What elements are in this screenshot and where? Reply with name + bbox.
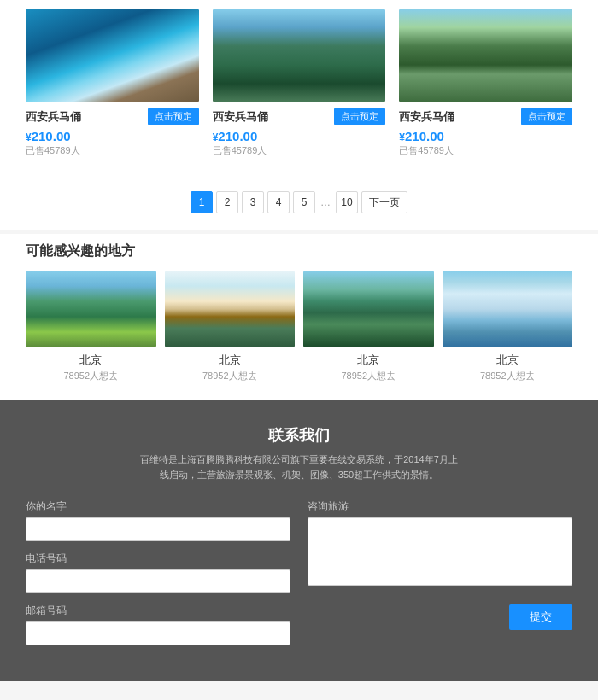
book-button-1[interactable]: 点击预定 (148, 108, 199, 125)
places-section-title: 可能感兴趣的地方 (26, 242, 572, 260)
form-right: 咨询旅游 提交 (308, 499, 572, 656)
footer-form: 你的名字 电话号码 邮箱号码 咨询旅游 提交 (26, 499, 572, 656)
page-next-button[interactable]: 下一页 (361, 191, 407, 213)
product-title-3: 西安兵马俑 (399, 109, 454, 125)
product-header-3: 西安兵马俑 点击预定 (399, 108, 572, 125)
page-2[interactable]: 2 (216, 191, 238, 213)
place-name-2: 北京 (165, 353, 296, 368)
price-value-3: ¥210.00 (399, 129, 444, 143)
footer-description: 百维特是上海百腾腾腾科技有限公司旗下重要在线交易系统，于2014年7月上线启动，… (137, 452, 461, 482)
place-card-2[interactable]: 北京 78952人想去 (165, 271, 296, 382)
product-sold-2: 已售45789人 (213, 144, 386, 157)
footer-section: 联系我们 百维特是上海百腾腾腾科技有限公司旗下重要在线交易系统，于2014年7月… (0, 400, 598, 681)
page-1[interactable]: 1 (191, 191, 213, 213)
place-name-3: 北京 (303, 353, 434, 368)
form-group-phone: 电话号码 (26, 551, 290, 593)
product-price-3: ¥210.00 (399, 129, 572, 144)
price-value-1: ¥210.00 (26, 129, 71, 143)
product-title-1: 西安兵马俑 (26, 109, 81, 125)
form-group-message: 咨询旅游 (308, 499, 572, 589)
page-5[interactable]: 5 (293, 191, 315, 213)
product-header-1: 西安兵马俑 点击预定 (26, 108, 199, 125)
form-left: 你的名字 电话号码 邮箱号码 (26, 499, 290, 656)
products-grid: 西安兵马俑 点击预定 ¥210.00 已售45789人 西安兵马俑 点击预定 (26, 9, 572, 160)
product-card-1: 西安兵马俑 点击预定 ¥210.00 已售45789人 (26, 9, 199, 160)
place-image-1 (26, 271, 156, 347)
book-button-3[interactable]: 点击预定 (521, 108, 572, 125)
places-section: 可能感兴趣的地方 北京 78952人想去 北京 78952人想去 北京 7895… (0, 234, 598, 400)
page-last[interactable]: 10 (336, 191, 358, 213)
footer-title: 联系我们 (26, 425, 572, 446)
product-image-3 (399, 9, 572, 102)
email-input[interactable] (26, 621, 290, 645)
page-3[interactable]: 3 (242, 191, 264, 213)
phone-label: 电话号码 (26, 551, 290, 566)
email-label: 邮箱号码 (26, 604, 290, 618)
place-count-3: 78952人想去 (303, 370, 434, 382)
place-count-4: 78952人想去 (443, 370, 573, 382)
place-name-4: 北京 (443, 353, 573, 368)
pagination: 1 2 3 4 5 … 10 下一页 (191, 191, 407, 213)
book-button-2[interactable]: 点击预定 (334, 108, 385, 125)
place-name-1: 北京 (26, 353, 156, 368)
place-image-4 (443, 271, 573, 347)
name-input[interactable] (26, 517, 290, 541)
product-info-2: 西安兵马俑 点击预定 ¥210.00 已售45789人 (213, 102, 386, 160)
place-card-1[interactable]: 北京 78952人想去 (26, 271, 156, 382)
submit-button[interactable]: 提交 (509, 604, 572, 630)
place-image-3 (303, 271, 434, 347)
page-dots: … (319, 196, 332, 208)
product-image-1 (26, 9, 199, 102)
form-group-email: 邮箱号码 (26, 604, 290, 645)
product-price-1: ¥210.00 (26, 129, 199, 144)
product-info-1: 西安兵马俑 点击预定 ¥210.00 已售45789人 (26, 102, 199, 160)
product-image-2 (213, 9, 386, 102)
product-sold-1: 已售45789人 (26, 144, 199, 157)
pagination-wrapper: 1 2 3 4 5 … 10 下一页 (0, 178, 598, 230)
message-label: 咨询旅游 (308, 499, 572, 514)
place-card-3[interactable]: 北京 78952人想去 (303, 271, 434, 382)
place-count-1: 78952人想去 (26, 370, 156, 382)
product-info-3: 西安兵马俑 点击预定 ¥210.00 已售45789人 (399, 102, 572, 160)
price-value-2: ¥210.00 (213, 129, 258, 143)
product-card-2: 西安兵马俑 点击预定 ¥210.00 已售45789人 (213, 9, 386, 160)
product-sold-3: 已售45789人 (399, 144, 572, 157)
place-image-2 (165, 271, 296, 347)
phone-input[interactable] (26, 569, 290, 593)
form-group-name: 你的名字 (26, 499, 290, 541)
places-grid: 北京 78952人想去 北京 78952人想去 北京 78952人想去 北京 7… (26, 271, 572, 382)
product-title-2: 西安兵马俑 (213, 109, 268, 125)
product-price-2: ¥210.00 (213, 129, 386, 144)
message-textarea[interactable] (308, 517, 572, 586)
page-4[interactable]: 4 (267, 191, 290, 213)
name-label: 你的名字 (26, 499, 290, 514)
products-section: 西安兵马俑 点击预定 ¥210.00 已售45789人 西安兵马俑 点击预定 (0, 0, 598, 178)
product-header-2: 西安兵马俑 点击预定 (213, 108, 386, 125)
product-card-3: 西安兵马俑 点击预定 ¥210.00 已售45789人 (399, 9, 572, 160)
place-count-2: 78952人想去 (165, 370, 296, 382)
place-card-4[interactable]: 北京 78952人想去 (443, 271, 573, 382)
